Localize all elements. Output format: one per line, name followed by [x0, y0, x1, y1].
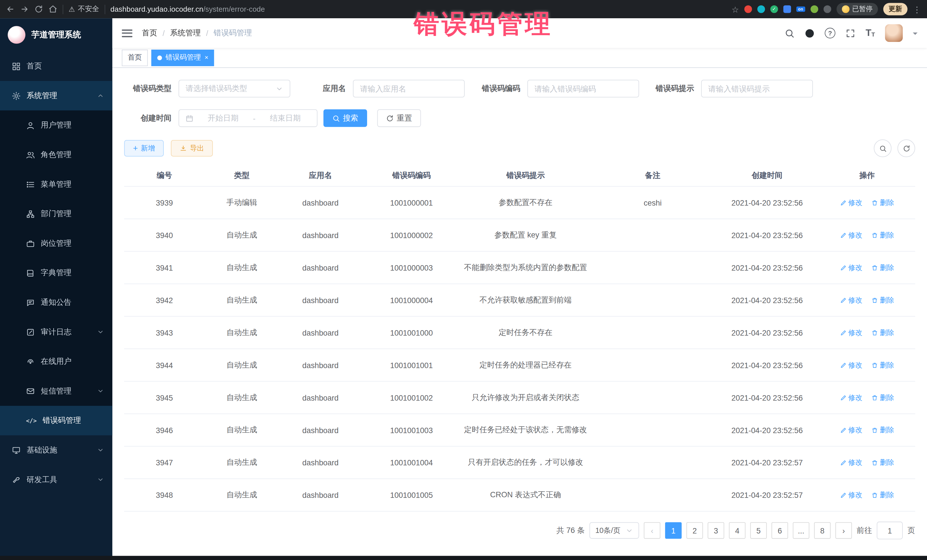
- date-range-picker[interactable]: 开始日期 - 结束日期: [179, 109, 318, 127]
- update-button[interactable]: 更新: [883, 3, 907, 15]
- edit-link[interactable]: 修改: [840, 393, 863, 403]
- cell-ops: 修改 删除: [819, 316, 915, 349]
- avatar-dropdown-caret-icon[interactable]: [913, 32, 918, 37]
- github-icon[interactable]: [805, 28, 815, 38]
- goto-page-input[interactable]: [877, 522, 903, 539]
- delete-link[interactable]: 删除: [872, 490, 894, 500]
- edit-link[interactable]: 修改: [840, 360, 863, 370]
- column-header-ops: 操作: [819, 165, 915, 187]
- extension-green-check-icon[interactable]: ✓: [770, 5, 778, 13]
- sidebar-item-online-users[interactable]: 在线用户: [0, 347, 112, 376]
- edit-link[interactable]: 修改: [840, 328, 863, 338]
- edit-link[interactable]: 修改: [840, 230, 863, 240]
- sidebar-item-error-code-management[interactable]: </> 错误码管理: [0, 406, 112, 436]
- font-size-icon[interactable]: TT: [866, 28, 875, 38]
- sidebar-item-notice[interactable]: 通知公告: [0, 288, 112, 317]
- sidebar-item-sms-management[interactable]: 短信管理: [0, 376, 112, 406]
- export-button[interactable]: 导出: [171, 140, 213, 156]
- sidebar-item-dict-management[interactable]: 字典管理: [0, 258, 112, 288]
- tab-error-code-management[interactable]: 错误码管理 ×: [152, 49, 214, 66]
- edit-link[interactable]: 修改: [840, 295, 863, 305]
- breadcrumb-system[interactable]: 系统管理: [170, 28, 201, 38]
- error-hint-input[interactable]: [701, 80, 813, 97]
- extension-on-badge[interactable]: on: [796, 6, 805, 12]
- hamburger-icon[interactable]: [122, 29, 132, 37]
- delete-link[interactable]: 删除: [872, 360, 894, 370]
- refresh-table-button[interactable]: [897, 140, 915, 157]
- sidebar-item-dev-tools[interactable]: 研发工具: [0, 465, 112, 495]
- delete-link[interactable]: 删除: [872, 197, 894, 208]
- error-type-select[interactable]: 请选择错误码类型: [179, 80, 290, 97]
- fullscreen-icon[interactable]: [845, 28, 856, 38]
- reload-icon[interactable]: [34, 5, 43, 14]
- forward-icon[interactable]: [20, 5, 29, 14]
- breadcrumb-home[interactable]: 首页: [142, 28, 157, 38]
- edit-link[interactable]: 修改: [840, 197, 863, 208]
- browser-menu-icon[interactable]: ⋮: [913, 5, 921, 14]
- sidebar: 芋道管理系统 首页 系统管理 用户管理 角色管理: [0, 18, 112, 560]
- page-button-1[interactable]: 1: [665, 522, 682, 539]
- prev-page-button[interactable]: ‹: [644, 522, 660, 539]
- sidebar-item-role-management[interactable]: 角色管理: [0, 140, 112, 170]
- edit-link[interactable]: 修改: [840, 425, 863, 435]
- sidebar-item-label: 短信管理: [41, 386, 71, 396]
- delete-link[interactable]: 删除: [872, 425, 894, 435]
- extension-teal-icon[interactable]: [757, 5, 765, 13]
- delete-link[interactable]: 删除: [872, 230, 894, 240]
- delete-link[interactable]: 删除: [872, 393, 894, 403]
- page-ellipsis[interactable]: ...: [793, 522, 809, 539]
- sidebar-item-system-management[interactable]: 系统管理: [0, 81, 112, 111]
- error-code-input[interactable]: [527, 80, 639, 97]
- app-name-input[interactable]: [353, 80, 465, 97]
- edit-link[interactable]: 修改: [840, 458, 863, 467]
- pin-icon[interactable]: [823, 5, 831, 13]
- sidebar-item-user-management[interactable]: 用户管理: [0, 110, 112, 140]
- close-icon[interactable]: ×: [205, 55, 208, 61]
- user-avatar[interactable]: [885, 24, 903, 42]
- delete-link[interactable]: 删除: [872, 263, 894, 273]
- dashboard-icon: [12, 62, 21, 70]
- add-button[interactable]: + 新增: [124, 140, 164, 156]
- sidebar-item-post-management[interactable]: 岗位管理: [0, 229, 112, 258]
- extension-red-icon[interactable]: [744, 5, 752, 13]
- edit-link[interactable]: 修改: [840, 263, 863, 273]
- back-icon[interactable]: [6, 5, 15, 14]
- page-button-6[interactable]: 6: [772, 522, 788, 539]
- next-page-button[interactable]: ›: [836, 522, 852, 539]
- toggle-search-button[interactable]: [874, 140, 891, 157]
- reset-button[interactable]: 重置: [377, 109, 421, 127]
- edit-label: 修改: [848, 425, 863, 435]
- sidebar-item-home[interactable]: 首页: [0, 51, 112, 81]
- sidebar-item-dept-management[interactable]: 部门管理: [0, 199, 112, 229]
- paused-badge[interactable]: 已暂停: [836, 3, 878, 15]
- page-button-8[interactable]: 8: [814, 522, 831, 539]
- extension-blue-icon[interactable]: [783, 5, 791, 13]
- page-button-5[interactable]: 5: [750, 522, 767, 539]
- page-button-2[interactable]: 2: [686, 522, 703, 539]
- help-icon[interactable]: ?: [825, 28, 836, 38]
- download-icon: [180, 145, 187, 152]
- site-security[interactable]: ⚠ 不安全: [68, 4, 99, 14]
- tab-home[interactable]: 首页: [122, 49, 148, 66]
- edit-link[interactable]: 修改: [840, 490, 863, 500]
- sidebar-item-menu-management[interactable]: 菜单管理: [0, 170, 112, 199]
- edit-label: 修改: [848, 230, 863, 240]
- extension-leaf-icon[interactable]: [810, 5, 818, 13]
- delete-link[interactable]: 删除: [872, 295, 894, 305]
- search-icon[interactable]: [785, 28, 795, 38]
- cell-id: 3939: [124, 187, 205, 219]
- page-button-3[interactable]: 3: [708, 522, 724, 539]
- delete-link[interactable]: 删除: [872, 328, 894, 338]
- sidebar-item-infrastructure[interactable]: 基础设施: [0, 436, 112, 465]
- address-bar[interactable]: dashboard.yudao.iocoder.cn/system/error-…: [110, 5, 265, 14]
- search-button[interactable]: 搜索: [324, 109, 367, 127]
- pagination: 共 76 条 10条/页 ‹ 1 2 3 4 5 6 ... 8 › 前往: [124, 522, 915, 539]
- pencil-icon: [840, 459, 846, 466]
- bookmark-star-icon[interactable]: ☆: [732, 5, 739, 14]
- delete-link[interactable]: 删除: [872, 458, 894, 467]
- app-logo[interactable]: 芋道管理系统: [0, 18, 112, 51]
- home-icon[interactable]: [49, 5, 57, 14]
- page-size-select[interactable]: 10条/页: [589, 522, 639, 539]
- page-button-4[interactable]: 4: [729, 522, 746, 539]
- sidebar-item-audit-log[interactable]: 审计日志: [0, 317, 112, 347]
